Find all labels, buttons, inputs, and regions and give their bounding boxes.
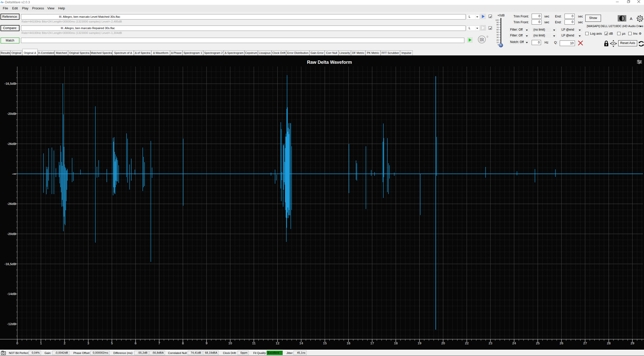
svg-text:IR: IR <box>480 37 484 42</box>
svg-text:9: 9 <box>205 341 207 345</box>
svg-text:-26dB: -26dB <box>7 202 16 206</box>
svg-text:11: 11 <box>252 341 256 345</box>
svg-text:Raw Delta Waveform: Raw Delta Waveform <box>307 60 352 65</box>
svg-text:17: 17 <box>370 341 374 345</box>
svg-text:1: 1 <box>40 341 42 345</box>
svg-text:40: 40 <box>496 34 499 36</box>
svg-text:-14dB: -14dB <box>7 292 16 296</box>
svg-text:25: 25 <box>536 341 540 345</box>
svg-text:6: 6 <box>135 341 137 345</box>
svg-text:24: 24 <box>512 341 516 345</box>
svg-text:50: 50 <box>496 31 499 33</box>
svg-text:60: 60 <box>496 29 499 31</box>
svg-text:0: 0 <box>498 44 499 46</box>
svg-text:-20dB: -20dB <box>7 232 16 236</box>
svg-text:15: 15 <box>323 341 327 345</box>
svg-text:10: 10 <box>228 341 232 345</box>
svg-text:18: 18 <box>394 341 398 345</box>
svg-text:7: 7 <box>158 341 160 345</box>
svg-text:19: 19 <box>418 341 421 345</box>
svg-text:2: 2 <box>64 341 66 345</box>
svg-text:-16,5dB: -16,5dB <box>5 82 16 86</box>
svg-text:20: 20 <box>441 341 445 345</box>
svg-text:22: 22 <box>465 341 469 345</box>
svg-text:12: 12 <box>276 341 279 345</box>
svg-text:8: 8 <box>182 341 184 345</box>
svg-text:27: 27 <box>583 341 587 345</box>
svg-text:10: 10 <box>496 41 499 44</box>
svg-text:29: 29 <box>631 341 634 345</box>
svg-text:70: 70 <box>496 26 499 29</box>
svg-text:5: 5 <box>111 341 113 345</box>
svg-text:-20dB: -20dB <box>7 112 16 116</box>
svg-text:23: 23 <box>489 341 493 345</box>
svg-text:-26dB: -26dB <box>7 142 16 146</box>
svg-text:20: 20 <box>496 39 499 41</box>
svg-text:0: 0 <box>16 341 18 345</box>
svg-text:-12dB: -12dB <box>7 322 16 326</box>
svg-text:26: 26 <box>559 341 564 345</box>
svg-text:3: 3 <box>87 341 89 345</box>
svg-text:-∞: -∞ <box>12 172 16 176</box>
svg-text:14: 14 <box>299 341 303 345</box>
svg-text:0: 0 <box>487 35 488 38</box>
svg-text:28: 28 <box>607 341 611 345</box>
svg-text:-16,5dB: -16,5dB <box>5 262 16 266</box>
svg-text:30: 30 <box>496 36 499 38</box>
svg-text:16: 16 <box>347 341 351 345</box>
